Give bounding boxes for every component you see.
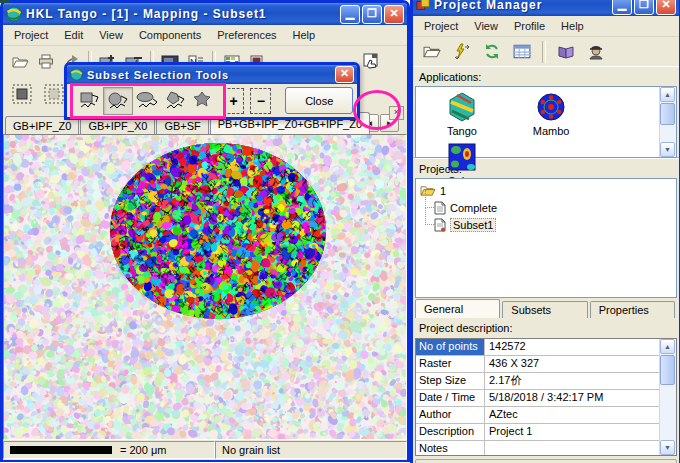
tab-properties[interactable]: Properties <box>590 301 675 318</box>
row-label: Step Size <box>416 373 485 389</box>
book-icon <box>557 44 575 59</box>
menu-edit[interactable]: Edit <box>57 27 90 43</box>
app-tango[interactable]: Tango <box>430 92 494 137</box>
print-button[interactable] <box>33 50 59 74</box>
subset-selection-tools-dialog: Subset Selection Tools ✕ + − Close <box>64 62 360 120</box>
table-row[interactable]: Step Size 2.17价 <box>416 373 660 390</box>
applications-panel: Tango Mambo Salsa ▲ ▼ <box>415 86 677 158</box>
app-mambo[interactable]: Mambo <box>519 92 583 137</box>
statistics-section[interactable]: Statistics <box>415 459 677 463</box>
close-button[interactable]: ✕ <box>384 5 404 24</box>
table-scrollbar[interactable]: ▲ ▼ <box>659 339 676 455</box>
pm-menu-help[interactable]: Help <box>554 18 591 34</box>
pm-refresh-button[interactable] <box>479 40 505 64</box>
dialog-close-icon[interactable]: ✕ <box>335 66 354 83</box>
open-folder-icon <box>12 55 29 69</box>
table-row[interactable]: Raster 436 X 327 <box>416 356 660 373</box>
grain-list-status: No grain list <box>222 444 280 456</box>
row-label: Raster <box>416 356 485 372</box>
polygon-subset-tool[interactable] <box>161 87 189 113</box>
pm-window-title: Project Manager <box>434 0 612 12</box>
ebsd-orientation-map[interactable] <box>4 135 406 439</box>
pm-menu-profile[interactable]: Profile <box>507 18 552 34</box>
table-row[interactable]: Date / Time 5/18/2018 / 3:42:17 PM <box>416 390 660 407</box>
printer-icon <box>38 54 54 69</box>
table-row[interactable]: Description Project 1 <box>416 424 660 441</box>
applications-label: Applications: <box>419 71 481 83</box>
select-solid-region-button[interactable] <box>9 82 35 106</box>
scroll-down-icon[interactable]: ▼ <box>660 440 675 455</box>
table-row[interactable]: Notes <box>416 441 660 456</box>
pm-titlebar[interactable]: Project Manager ▁ ❐ ✕ <box>413 0 679 16</box>
pm-manual-button[interactable] <box>553 40 579 64</box>
row-label: Notes <box>416 441 485 456</box>
tango-titlebar[interactable]: HKL Tango - [1] - Mapping - Subset1 ▁ ❐ … <box>3 3 407 25</box>
minimize-button[interactable]: ▁ <box>340 5 360 24</box>
scroll-up-icon[interactable]: ▲ <box>660 339 675 354</box>
menu-project[interactable]: Project <box>7 27 55 43</box>
tango-menubar: Project Edit View Components Preferences… <box>3 25 407 46</box>
maximize-button[interactable]: ❐ <box>362 5 382 24</box>
app-tango-label: Tango <box>447 125 477 137</box>
pm-tabs: General Subsets Properties <box>413 300 679 318</box>
tree-item-label: Complete <box>450 202 497 214</box>
ebsd-map-view[interactable] <box>3 134 407 440</box>
menu-preferences[interactable]: Preferences <box>210 27 283 43</box>
scale-bar <box>10 446 112 454</box>
selection-dashed-icon <box>44 84 64 104</box>
refresh-icon <box>483 43 501 60</box>
tab-subsets[interactable]: Subsets <box>502 301 587 318</box>
menu-components[interactable]: Components <box>132 27 208 43</box>
table-row[interactable]: Author AZtec <box>416 407 660 424</box>
pm-acquire-button[interactable] <box>449 40 475 64</box>
pm-data-table-button[interactable] <box>509 40 535 64</box>
scroll-up-icon[interactable]: ▲ <box>660 87 675 102</box>
pm-menu-project[interactable]: Project <box>417 18 465 34</box>
open-project-button[interactable] <box>7 50 33 74</box>
table-icon <box>513 44 531 59</box>
scroll-thumb[interactable] <box>660 103 675 125</box>
dialog-app-icon <box>70 68 83 81</box>
row-value: Project 1 <box>485 424 660 440</box>
pm-close-button[interactable]: ✕ <box>656 0 676 15</box>
rectangle-subset-tool[interactable] <box>75 87 103 113</box>
row-value: 2.17价 <box>485 373 660 389</box>
pm-maximize-button[interactable]: ❐ <box>634 0 654 15</box>
subset-add-button[interactable]: + <box>223 88 244 114</box>
subset-selection-tools-button[interactable] <box>359 50 385 74</box>
grain-subset-tool[interactable] <box>189 87 217 113</box>
background-window-sliver <box>0 0 10 3</box>
salsa-app-icon <box>447 142 477 172</box>
row-value <box>485 441 660 456</box>
tree-item-complete[interactable]: Complete <box>434 199 676 216</box>
ellipse-subset-tool[interactable] <box>133 87 161 113</box>
scroll-down-icon[interactable]: ▼ <box>660 142 675 157</box>
app-mambo-label: Mambo <box>533 125 570 137</box>
project-manager-window: Project Manager ▁ ❐ ✕ Project View Profi… <box>410 0 680 463</box>
toolbar-close-button[interactable]: × <box>389 106 404 120</box>
pm-window-controls: ▁ ❐ ✕ <box>612 0 676 15</box>
menu-view[interactable]: View <box>92 27 130 43</box>
lightning-icon <box>453 43 471 60</box>
pm-menubar: Project View Profile Help <box>413 16 679 37</box>
dialog-body: + − Close <box>67 84 357 117</box>
table-row[interactable]: No of points 142572 <box>416 339 660 356</box>
selection-solid-icon <box>12 84 32 104</box>
project-description-label: Project description: <box>419 322 513 334</box>
scale-panel: = 200 μm <box>3 441 215 459</box>
pm-open-project-button[interactable] <box>419 40 445 64</box>
tree-item-subset1[interactable]: Subset1 <box>434 216 676 233</box>
tree-root[interactable]: 1 <box>420 182 676 199</box>
dialog-titlebar[interactable]: Subset Selection Tools ✕ <box>67 65 357 84</box>
applications-scrollbar[interactable]: ▲ ▼ <box>659 87 676 157</box>
pm-menu-view[interactable]: View <box>467 18 505 34</box>
dialog-close-button[interactable]: Close <box>285 87 353 114</box>
menu-help[interactable]: Help <box>286 27 323 43</box>
subset-remove-button[interactable]: − <box>250 88 271 114</box>
open-folder-icon <box>423 44 441 59</box>
pm-minimize-button[interactable]: ▁ <box>612 0 632 15</box>
tab-general[interactable]: General <box>415 299 500 318</box>
pm-about-button[interactable] <box>583 40 609 64</box>
scroll-thumb[interactable] <box>660 355 675 385</box>
circle-subset-tool[interactable] <box>103 87 133 115</box>
